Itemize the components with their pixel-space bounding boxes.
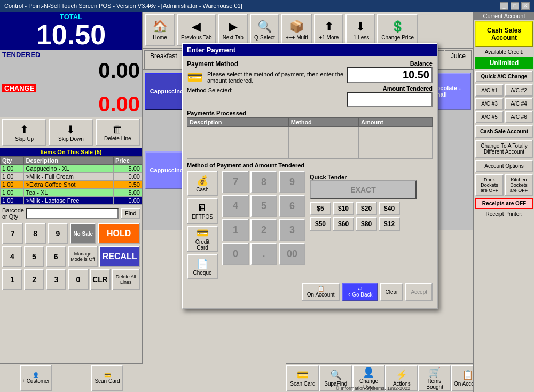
customer-button[interactable]: 👤 + Customer xyxy=(20,365,52,391)
pay-num-8[interactable]: 8 xyxy=(250,171,277,193)
cash-method-button[interactable]: 💰 Cash xyxy=(187,171,218,196)
titlebar: Control - Point-N-Sell Touch Screen POS … xyxy=(0,0,534,12)
clr-button[interactable]: CLR xyxy=(90,269,111,290)
recall-button[interactable]: RECALL xyxy=(99,246,140,267)
table-row[interactable]: 1.00>Extra Coffee Shot0.50 xyxy=(1,181,142,189)
num-1[interactable]: 1 xyxy=(2,269,22,290)
payment-numpad: 7 8 9 4 5 6 1 2 3 0 . 00 xyxy=(222,171,305,279)
item-qty: 1.00 xyxy=(1,165,24,173)
home-button[interactable]: 🏠 Home xyxy=(145,14,175,46)
tab-breakfast[interactable]: Breakfast xyxy=(144,50,183,69)
cash-sale-account-button[interactable]: Cash Sale Account xyxy=(475,125,533,138)
tender-40[interactable]: $40 xyxy=(379,202,400,215)
items-table: Qty Description Price 1.00Cappuccino - X… xyxy=(0,156,142,205)
ac4-button[interactable]: A/C #4 xyxy=(505,98,533,110)
multi-button[interactable]: 📦 +++ Multi xyxy=(281,14,312,46)
next-tab-button[interactable]: ▶ Next Tab xyxy=(218,14,248,46)
pay-num-00[interactable]: 00 xyxy=(279,243,305,265)
tender-12[interactable]: $12 xyxy=(379,217,400,231)
payment-dialog: Enter Payment Payment Method 💳 Please se… xyxy=(182,43,438,309)
table-row[interactable]: 1.00Tea - XL5.00 xyxy=(1,189,142,197)
num-9[interactable]: 9 xyxy=(48,223,68,244)
amount-tendered-input[interactable] xyxy=(347,92,433,107)
scan-card-button-left[interactable]: 💳 Scan Card xyxy=(91,365,123,391)
delete-line-button[interactable]: 🗑 Delete Line xyxy=(96,119,140,146)
tender-60[interactable]: $60 xyxy=(333,217,354,231)
go-back-button[interactable]: ↩ < Go Back xyxy=(342,283,378,301)
plus-one-button[interactable]: ⬆ +1 More xyxy=(314,14,343,46)
pay-num-dot[interactable]: . xyxy=(250,243,277,265)
item-desc: Cappuccino - XL xyxy=(24,165,113,173)
credit-card-method-button[interactable]: 💳 Credit Card xyxy=(187,226,218,252)
pay-num-9[interactable]: 9 xyxy=(279,171,305,193)
skip-down-button[interactable]: ⬇ Skip Down xyxy=(49,119,93,146)
change-section: CHANGE 0.00 xyxy=(0,83,142,117)
num-6[interactable]: 6 xyxy=(46,246,66,267)
minimize-btn[interactable]: _ xyxy=(500,2,508,10)
on-account-dialog-icon: 📋 xyxy=(318,286,324,292)
delete-lines-button[interactable]: Delete All Lines xyxy=(112,269,140,290)
pay-num-0[interactable]: 0 xyxy=(222,243,249,265)
pay-num-1[interactable]: 1 xyxy=(222,219,249,241)
scan-card-bottom[interactable]: 💳 Scan Card xyxy=(286,365,319,391)
exact-button[interactable]: EXACT xyxy=(310,180,417,199)
pay-num-6[interactable]: 6 xyxy=(279,195,305,217)
change-price-button[interactable]: 💲 Change Price xyxy=(377,14,418,46)
tender-80[interactable]: $80 xyxy=(356,217,377,231)
num-3[interactable]: 3 xyxy=(46,269,66,290)
ac5-button[interactable]: A/C #5 xyxy=(475,111,504,123)
drink-dockets-button[interactable]: Drink Dockets are OFF xyxy=(475,174,504,196)
cash-sales-account-button[interactable]: Cash Sales Account xyxy=(475,21,533,47)
item-price: 0.00 xyxy=(113,197,142,205)
kitchen-dockets-button[interactable]: Kitchen Dockets are OFF xyxy=(505,174,533,196)
prev-tab-button[interactable]: ◀ Previous Tab xyxy=(177,14,216,46)
find-button[interactable]: Find xyxy=(121,208,140,219)
tender-50[interactable]: $50 xyxy=(310,217,331,231)
ac1-button[interactable]: A/C #1 xyxy=(475,84,504,97)
skip-up-button[interactable]: ⬆ Skip Up xyxy=(2,119,46,146)
items-bought-icon: 🛒 xyxy=(429,366,441,378)
barcode-input[interactable] xyxy=(26,208,119,219)
minus-one-button[interactable]: ⬇ -1 Less xyxy=(345,14,375,46)
item-qty: 1.00 xyxy=(1,181,24,189)
eftpos-method-button[interactable]: 🖩 EFTPOS xyxy=(187,198,218,224)
ac3-button[interactable]: A/C #3 xyxy=(475,98,504,110)
quick-ac-change-button[interactable]: Quick A/C Change xyxy=(475,71,533,82)
tender-20[interactable]: $20 xyxy=(356,202,377,215)
num-4[interactable]: 4 xyxy=(2,246,22,267)
pay-num-2[interactable]: 2 xyxy=(250,219,277,241)
num-8[interactable]: 8 xyxy=(25,223,45,244)
payments-table: Description Method Amount xyxy=(187,117,433,159)
tender-5[interactable]: $5 xyxy=(310,202,331,215)
col-price: Price xyxy=(113,157,142,165)
account-options-button[interactable]: Account Options xyxy=(475,160,533,172)
items-bought-button[interactable]: 🛒 Items Bought xyxy=(418,365,451,391)
num-0[interactable]: 0 xyxy=(68,269,88,290)
clear-button[interactable]: Clear xyxy=(380,283,404,301)
cash-icon: 💰 xyxy=(197,175,208,187)
pay-num-7[interactable]: 7 xyxy=(222,171,249,193)
hold-button[interactable]: HOLD xyxy=(98,223,140,244)
cheque-method-button[interactable]: 📄 Cheque xyxy=(187,254,218,279)
tender-10[interactable]: $10 xyxy=(333,202,354,215)
table-row[interactable]: 1.00>Milk - Full Cream0.00 xyxy=(1,173,142,181)
ac2-button[interactable]: A/C #2 xyxy=(505,84,533,97)
ac6-button[interactable]: A/C #6 xyxy=(505,111,533,123)
num-2[interactable]: 2 xyxy=(24,269,44,290)
maximize-btn[interactable]: □ xyxy=(511,2,519,10)
table-row[interactable]: 1.00>Milk - Lactose Free0.00 xyxy=(1,197,142,205)
pay-num-4[interactable]: 4 xyxy=(222,195,249,217)
pay-num-5[interactable]: 5 xyxy=(250,195,277,217)
on-account-dialog-button[interactable]: 📋 On Account xyxy=(302,283,340,301)
no-sale-button[interactable]: No Sale xyxy=(70,223,96,244)
num-5[interactable]: 5 xyxy=(24,246,44,267)
accept-button[interactable]: Accept xyxy=(405,283,433,301)
num-7[interactable]: 7 xyxy=(2,223,23,244)
q-select-button[interactable]: 🔍 Q-Select xyxy=(250,14,279,46)
manage-button[interactable]: Manage Mode is Off xyxy=(68,246,98,267)
change-account-button[interactable]: Change To A Totally Different Account xyxy=(475,140,533,158)
pay-num-3[interactable]: 3 xyxy=(279,219,305,241)
tab-juice[interactable]: Juice xyxy=(445,50,472,69)
table-row[interactable]: 1.00Cappuccino - XL5.00 xyxy=(1,165,142,173)
close-btn[interactable]: ✕ xyxy=(521,2,530,10)
